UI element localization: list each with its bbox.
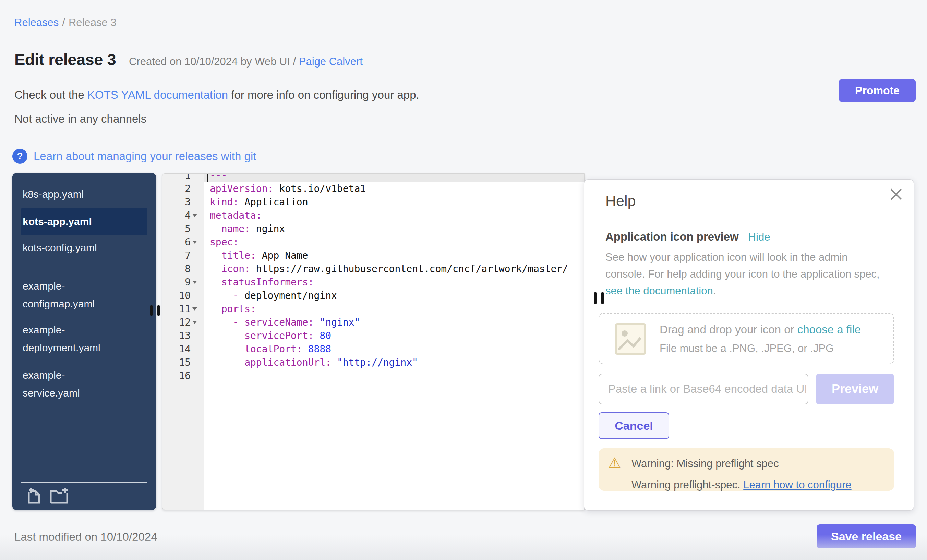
line-number: 6 bbox=[163, 235, 204, 249]
docs-note-prefix: Check out the bbox=[14, 88, 87, 101]
code-line-13[interactable]: 13 servicePort: 80 bbox=[163, 329, 584, 342]
icon-preview-section-title: Application icon preview bbox=[605, 230, 739, 243]
file-item-example-deployment.yaml[interactable]: example-deployment.yaml bbox=[21, 321, 121, 357]
file-item-example-service.yaml[interactable]: example-service.yaml bbox=[21, 366, 121, 402]
code-line-1[interactable]: 1--- bbox=[163, 174, 584, 182]
code-text: name: nginx bbox=[204, 222, 584, 235]
docs-note-suffix: for more info on configuring your app. bbox=[228, 88, 419, 101]
code-text: apiVersion: kots.io/v1beta1 bbox=[204, 182, 584, 195]
line-number: 16 bbox=[163, 369, 204, 382]
sidebar-resize-handle[interactable] bbox=[150, 305, 160, 316]
code-text: icon: https://raw.githubusercontent.com/… bbox=[204, 262, 584, 276]
line-number: 9 bbox=[163, 276, 204, 289]
code-line-3[interactable]: 3kind: Application bbox=[163, 195, 584, 209]
text-cursor bbox=[207, 175, 208, 182]
code-text: - deployment/nginx bbox=[204, 289, 584, 302]
file-item-kots-config.yaml[interactable]: kots-config.yaml bbox=[21, 239, 121, 257]
code-text: statusInformers: bbox=[204, 276, 584, 289]
code-line-12[interactable]: 12 - serviceName: "nginx" bbox=[163, 316, 584, 329]
help-panel: Help Application icon preview Hide See h… bbox=[584, 179, 914, 511]
code-text: --- bbox=[204, 174, 584, 182]
line-number: 11 bbox=[163, 302, 204, 316]
code-text: applicationUrl: "http://nginx" bbox=[204, 356, 584, 369]
description-text: See how your application icon will look … bbox=[605, 251, 880, 280]
code-line-9[interactable]: 9 statusInformers: bbox=[163, 276, 584, 289]
code-line-4[interactable]: 4metadata: bbox=[163, 209, 584, 222]
file-item-k8s-app.yaml[interactable]: k8s-app.yaml bbox=[21, 185, 121, 203]
code-text: - serviceName: "nginx" bbox=[204, 316, 584, 329]
kots-yaml-docs-link[interactable]: KOTS YAML documentation bbox=[87, 88, 228, 101]
image-placeholder-icon bbox=[614, 323, 647, 355]
warning-title: Warning: Missing preflight spec bbox=[632, 458, 779, 470]
fold-arrow-icon[interactable] bbox=[192, 214, 197, 217]
code-text: servicePort: 80 bbox=[204, 329, 584, 342]
line-number: 7 bbox=[163, 249, 204, 262]
channel-status: Not active in any channels bbox=[14, 112, 146, 126]
warning-body-text: Warning preflight-spec. bbox=[632, 479, 743, 491]
close-icon[interactable] bbox=[889, 187, 903, 202]
code-line-6[interactable]: 6spec: bbox=[163, 235, 584, 249]
file-tree: k8s-app.yamlkots-app.yamlkots-config.yam… bbox=[12, 173, 156, 510]
tree-bottom-divider bbox=[21, 482, 147, 483]
page-title: Edit release 3 bbox=[14, 50, 116, 69]
git-help-link[interactable]: ? Learn about managing your releases wit… bbox=[12, 149, 256, 164]
code-line-15[interactable]: 15 applicationUrl: "http://nginx" bbox=[163, 356, 584, 369]
dropzone-text: Drag and drop your icon or bbox=[660, 323, 798, 336]
help-panel-title: Help bbox=[605, 193, 635, 209]
code-text: spec: bbox=[204, 235, 584, 249]
learn-configure-link[interactable]: Learn how to configure bbox=[743, 479, 851, 491]
fold-arrow-icon[interactable] bbox=[192, 281, 197, 284]
breadcrumb-separator: / bbox=[62, 17, 65, 29]
line-number: 12 bbox=[163, 316, 204, 329]
line-number: 2 bbox=[163, 182, 204, 195]
indent-guide bbox=[233, 337, 234, 377]
hide-link[interactable]: Hide bbox=[748, 231, 770, 243]
code-line-5[interactable]: 5 name: nginx bbox=[163, 222, 584, 235]
icon-url-input[interactable] bbox=[599, 373, 808, 404]
docs-note: Check out the KOTS YAML documentation fo… bbox=[14, 88, 419, 102]
code-text: title: App Name bbox=[204, 249, 584, 262]
line-number: 8 bbox=[163, 262, 204, 276]
created-info: Created on 10/10/2024 by Web UI / Paige … bbox=[129, 56, 363, 68]
promote-button[interactable]: Promote bbox=[839, 79, 916, 102]
line-number: 15 bbox=[163, 356, 204, 369]
code-line-14[interactable]: 14 localPort: 8888 bbox=[163, 342, 584, 356]
breadcrumb-releases-link[interactable]: Releases bbox=[14, 17, 59, 29]
add-folder-icon[interactable] bbox=[49, 487, 68, 505]
fold-arrow-icon[interactable] bbox=[192, 321, 197, 324]
code-text: ports: bbox=[204, 302, 584, 316]
line-number: 14 bbox=[163, 342, 204, 356]
last-modified: Last modified on 10/10/2024 bbox=[14, 531, 157, 543]
dropzone-hint: File must be a .PNG, .JPEG, or .JPG bbox=[660, 342, 834, 355]
preview-button[interactable]: Preview bbox=[816, 373, 894, 404]
icon-dropzone[interactable]: Drag and drop your icon or choose a file… bbox=[599, 313, 894, 364]
code-line-11[interactable]: 11 ports: bbox=[163, 302, 584, 316]
code-line-2[interactable]: 2apiVersion: kots.io/v1beta1 bbox=[163, 182, 584, 195]
file-item-example-configmap.yaml[interactable]: example-configmap.yaml bbox=[21, 277, 121, 313]
code-line-7[interactable]: 7 title: App Name bbox=[163, 249, 584, 262]
author-link[interactable]: Paige Calvert bbox=[299, 56, 363, 68]
line-number: 13 bbox=[163, 329, 204, 342]
fold-arrow-icon[interactable] bbox=[192, 307, 197, 311]
cancel-button[interactable]: Cancel bbox=[599, 412, 669, 439]
line-number: 1 bbox=[163, 174, 204, 182]
fold-arrow-icon[interactable] bbox=[192, 241, 197, 244]
help-panel-resize-handle[interactable] bbox=[594, 292, 604, 304]
line-number: 4 bbox=[163, 209, 204, 222]
code-text: kind: Application bbox=[204, 195, 584, 209]
choose-file-link[interactable]: choose a file bbox=[798, 323, 861, 336]
line-number: 3 bbox=[163, 195, 204, 209]
add-file-icon[interactable] bbox=[26, 487, 42, 505]
warning-icon: ⚠ bbox=[608, 454, 621, 471]
code-line-8[interactable]: 8 icon: https://raw.githubusercontent.co… bbox=[163, 262, 584, 276]
warning-body: Warning preflight-spec. Learn how to con… bbox=[632, 479, 852, 491]
save-release-button[interactable]: Save release bbox=[817, 524, 916, 548]
line-number: 10 bbox=[163, 289, 204, 302]
breadcrumb-current: Release 3 bbox=[68, 17, 117, 29]
see-documentation-link[interactable]: see the documentation bbox=[605, 285, 713, 297]
code-line-10[interactable]: 10 - deployment/nginx bbox=[163, 289, 584, 302]
file-item-kots-app.yaml[interactable]: kots-app.yaml bbox=[21, 208, 147, 235]
yaml-editor[interactable]: 1---2apiVersion: kots.io/v1beta13kind: A… bbox=[162, 173, 585, 510]
code-line-16[interactable]: 16 bbox=[163, 369, 584, 382]
description-period: . bbox=[713, 285, 716, 297]
